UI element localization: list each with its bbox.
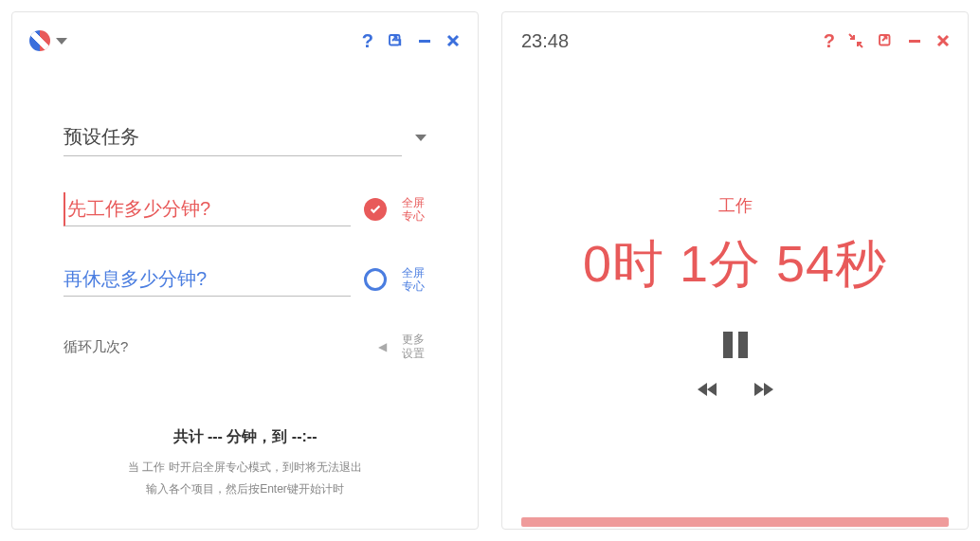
rewind-button[interactable] bbox=[698, 383, 717, 396]
check-icon bbox=[369, 203, 382, 216]
popout-icon[interactable] bbox=[387, 32, 404, 49]
playback-controls bbox=[698, 332, 773, 396]
more-settings-label[interactable]: 更多 设置 bbox=[400, 333, 426, 360]
pause-icon bbox=[723, 332, 748, 358]
work-fullscreen-checkbox[interactable] bbox=[364, 198, 387, 221]
svg-rect-3 bbox=[909, 40, 920, 43]
minimize-icon[interactable] bbox=[417, 33, 432, 48]
clock-time: 23:48 bbox=[519, 30, 571, 52]
popout-icon[interactable] bbox=[877, 32, 894, 49]
loop-count-row: ◀ 更多 设置 bbox=[64, 333, 426, 360]
work-minutes-row: 全屏 专心 bbox=[64, 192, 426, 226]
forward-icon bbox=[764, 383, 773, 396]
loop-count-input[interactable] bbox=[64, 333, 365, 360]
help-icon[interactable]: ? bbox=[362, 30, 373, 52]
close-icon[interactable] bbox=[935, 33, 951, 48]
close-icon[interactable] bbox=[445, 33, 461, 48]
window-titlebar: ? bbox=[12, 12, 478, 62]
work-fullscreen-label: 全屏 专心 bbox=[400, 196, 426, 224]
window-titlebar: 23:48 ? bbox=[502, 12, 968, 62]
footer: 共计 --- 分钟，到 --:-- 当 工作 时开启全屏专心模式，到时将无法退出… bbox=[12, 427, 478, 529]
chevron-down-icon[interactable] bbox=[415, 135, 426, 141]
preset-task-dropdown[interactable]: 预设任务 bbox=[64, 118, 402, 156]
rest-fullscreen-label: 全屏 专心 bbox=[400, 266, 426, 294]
compress-icon[interactable] bbox=[848, 33, 863, 48]
form-area: 预设任务 全屏 专心 全屏 专心 ◀ 更多 设置 bbox=[12, 62, 478, 427]
svg-rect-1 bbox=[419, 40, 430, 43]
rest-fullscreen-checkbox[interactable] bbox=[364, 268, 387, 291]
forward-icon bbox=[754, 383, 764, 396]
minimize-icon[interactable] bbox=[907, 33, 922, 48]
chevron-left-icon[interactable]: ◀ bbox=[378, 340, 387, 353]
menu-dropdown-button[interactable] bbox=[56, 38, 67, 45]
total-summary: 共计 --- 分钟，到 --:-- bbox=[41, 427, 449, 447]
fast-forward-button[interactable] bbox=[754, 383, 773, 396]
timer-display: 0时 1分 54秒 bbox=[583, 230, 887, 299]
hint-line-2: 输入各个项目，然后按Enter键开始计时 bbox=[41, 478, 449, 500]
rest-minutes-input[interactable] bbox=[64, 262, 351, 297]
timer-area: 工作 0时 1分 54秒 bbox=[502, 62, 968, 529]
rewind-icon bbox=[707, 383, 717, 396]
app-logo-icon bbox=[29, 30, 50, 51]
timer-window: 23:48 ? 工作 0时 1分 54秒 bbox=[501, 11, 969, 530]
preset-task-row: 预设任务 bbox=[64, 118, 426, 156]
timer-phase-label: 工作 bbox=[718, 194, 753, 217]
rest-minutes-row: 全屏 专心 bbox=[64, 262, 426, 297]
help-icon[interactable]: ? bbox=[824, 30, 835, 52]
progress-bar bbox=[521, 517, 950, 527]
pause-button[interactable] bbox=[723, 332, 748, 358]
setup-window: ? 预设任务 全屏 bbox=[11, 11, 479, 530]
work-minutes-input[interactable] bbox=[64, 192, 351, 226]
rewind-icon bbox=[698, 383, 707, 396]
hint-line-1: 当 工作 时开启全屏专心模式，到时将无法退出 bbox=[41, 457, 449, 478]
